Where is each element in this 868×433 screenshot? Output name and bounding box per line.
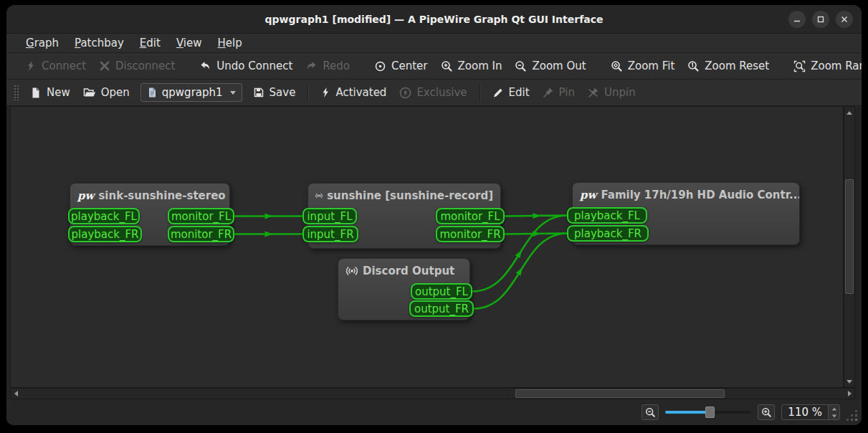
redo-button[interactable]: Redo xyxy=(299,56,356,76)
menu-edit[interactable]: Edit xyxy=(132,34,168,52)
port-output[interactable]: monitor_FL xyxy=(168,208,234,224)
toolbar-separator xyxy=(307,84,308,101)
scroll-left-arrow[interactable] xyxy=(11,389,21,399)
center-button[interactable]: Center xyxy=(368,56,434,76)
connection-layer xyxy=(11,107,844,388)
port-input[interactable]: playback_FR xyxy=(68,226,142,242)
menu-bar: Graph Patchbay Edit View Help xyxy=(6,34,862,53)
connection-arrow-icon xyxy=(265,232,273,237)
port-output[interactable]: monitor_FR xyxy=(436,226,505,242)
menu-help[interactable]: Help xyxy=(209,34,249,52)
exclusive-button[interactable]: Exclusive xyxy=(393,82,473,103)
toolbar-patchbay: New Open qpwgraph1 Save Activated Exclus… xyxy=(6,80,862,106)
undo-connect-button[interactable]: Undo Connect xyxy=(193,56,299,76)
close-icon xyxy=(840,15,849,24)
port-input[interactable]: input_FR xyxy=(302,226,358,242)
connection-arrow-icon xyxy=(533,231,541,237)
zoom-in-button[interactable]: Zoom In xyxy=(434,56,509,76)
status-bar: 110 % xyxy=(6,399,862,425)
zoom-fit-button[interactable]: Zoom Fit xyxy=(604,56,682,76)
vertical-scrollbar[interactable] xyxy=(844,106,855,388)
zoom-out-icon xyxy=(515,60,527,72)
open-button[interactable]: Open xyxy=(77,82,136,103)
zoom-out-icon xyxy=(645,407,656,418)
port-output[interactable]: monitor_FR xyxy=(168,226,234,242)
connection-arrow-icon xyxy=(533,213,541,219)
vertical-scrollbar-thumb[interactable] xyxy=(845,179,854,294)
port-output[interactable]: output_FL xyxy=(411,283,472,300)
spinbox-down-button[interactable] xyxy=(829,412,839,419)
save-icon xyxy=(253,87,264,98)
minimize-icon xyxy=(793,15,801,24)
zoom-reset-icon xyxy=(687,60,700,72)
zoom-fit-icon xyxy=(611,60,623,72)
port-output[interactable]: output_FR xyxy=(409,300,474,317)
close-button[interactable] xyxy=(836,11,853,28)
toolbar-drag-handle[interactable] xyxy=(14,85,19,100)
zoom-in-icon xyxy=(761,407,772,418)
zoom-out-button[interactable]: Zoom Out xyxy=(508,56,592,76)
connect-button[interactable]: Connect xyxy=(19,56,92,76)
pin-button[interactable]: Pin xyxy=(536,82,581,103)
port-input[interactable]: playback_FL xyxy=(567,207,647,224)
connection-arrow-icon xyxy=(265,214,273,219)
menu-graph[interactable]: Graph xyxy=(18,34,67,52)
zoom-in-icon xyxy=(441,60,453,72)
redo-icon xyxy=(305,60,318,72)
patchbay-selector[interactable]: qpwgraph1 xyxy=(140,83,242,102)
zoom-reset-button[interactable]: Zoom Reset xyxy=(681,56,776,76)
patchbay-selector-value: qpwgraph1 xyxy=(162,86,223,99)
toolbar-separator xyxy=(480,84,480,101)
zoom-slider[interactable] xyxy=(665,406,751,418)
zoom-slider-empty-track xyxy=(710,411,751,414)
menu-patchbay[interactable]: Patchbay xyxy=(67,34,132,52)
exclusive-bolt-icon xyxy=(399,87,411,99)
zoom-range-icon xyxy=(793,60,806,72)
window-resize-grip[interactable] xyxy=(855,419,857,421)
port-input[interactable]: playback_FR xyxy=(567,225,649,242)
horizontal-scrollbar[interactable] xyxy=(10,388,855,399)
statusbar-zoom-in-button[interactable] xyxy=(758,404,775,420)
zoom-slider-handle[interactable] xyxy=(705,406,715,418)
port-input[interactable]: playback_FL xyxy=(68,208,140,224)
window-title: qpwgraph1 [modified] — A PipeWire Graph … xyxy=(265,14,604,25)
edit-pencil-icon xyxy=(492,87,504,98)
scroll-down-arrow[interactable] xyxy=(844,376,854,386)
zoom-percent-spinbox[interactable]: 110 % xyxy=(781,404,840,420)
new-button[interactable]: New xyxy=(24,82,77,103)
scroll-up-arrow[interactable] xyxy=(844,108,854,118)
scroll-right-arrow[interactable] xyxy=(844,389,854,399)
disconnect-button[interactable]: Disconnect xyxy=(92,56,181,76)
patchbay-file-icon xyxy=(147,87,158,98)
zoom-slider-filled-track xyxy=(665,411,710,414)
zoom-percent-value: 110 % xyxy=(782,406,828,419)
pin-icon xyxy=(543,87,554,98)
activated-bolt-icon xyxy=(320,87,330,98)
graph-canvas[interactable]: pw sink-sunshine-stereo sunshine [sunshi… xyxy=(10,106,844,388)
activated-button[interactable]: Activated xyxy=(314,82,393,103)
maximize-button[interactable] xyxy=(812,11,829,28)
disconnect-icon xyxy=(99,60,110,72)
horizontal-scrollbar-thumb[interactable] xyxy=(515,389,725,398)
edit-button[interactable]: Edit xyxy=(486,82,536,103)
open-folder-icon xyxy=(83,87,96,98)
port-input[interactable]: input_FL xyxy=(302,208,357,224)
minimize-button[interactable] xyxy=(788,11,806,28)
unpin-button[interactable]: Unpin xyxy=(581,82,642,103)
app-window: qpwgraph1 [modified] — A PipeWire Graph … xyxy=(6,5,862,425)
unpin-icon xyxy=(588,87,599,98)
chevron-down-icon xyxy=(230,91,236,95)
menu-view[interactable]: View xyxy=(168,34,210,52)
new-file-icon xyxy=(30,87,42,99)
title-bar[interactable]: qpwgraph1 [modified] — A PipeWire Graph … xyxy=(6,5,862,34)
center-icon xyxy=(374,60,386,72)
port-output[interactable]: monitor_FL xyxy=(436,208,505,224)
undo-icon xyxy=(199,60,211,72)
zoom-range-button[interactable]: Zoom Range xyxy=(787,56,862,76)
toolbar-main: Connect Disconnect Undo Connect Redo Cen… xyxy=(6,53,862,80)
statusbar-zoom-out-button[interactable] xyxy=(642,404,659,420)
spinbox-up-button[interactable] xyxy=(829,405,839,412)
maximize-icon xyxy=(816,15,825,24)
save-button[interactable]: Save xyxy=(247,82,302,103)
connect-icon xyxy=(25,60,37,72)
